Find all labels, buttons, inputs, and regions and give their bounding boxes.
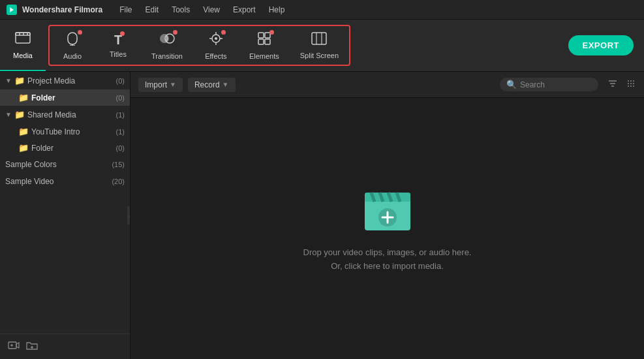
sidebar: ▼ 📁 Project Media (0) 📁 Folder (0) ▼ 📁 S… (0, 72, 130, 359)
content-area: Import ▼ Record ▼ 🔍 (130, 72, 644, 359)
svg-point-34 (628, 83, 629, 84)
svg-rect-18 (258, 39, 264, 44)
import-dropdown-arrow: ▼ (170, 81, 176, 88)
folder-icon: 📁 (18, 143, 29, 153)
export-button[interactable]: EXPORT (568, 35, 634, 55)
menu-file[interactable]: File (114, 4, 137, 16)
toolbar-split-screen[interactable]: Split Screen (290, 26, 349, 65)
sample-video-count: (20) (112, 178, 125, 185)
youtube-intro-label: YouTube Intro (31, 127, 111, 136)
menu-help[interactable]: Help (264, 4, 290, 16)
svg-point-33 (633, 80, 634, 82)
sidebar-section-shared-media[interactable]: ▼ 📁 Shared Media (1) (0, 106, 130, 123)
shared-media-label: Shared Media (27, 110, 111, 119)
sidebar-item-sample-video[interactable]: Sample Video (20) (0, 173, 130, 190)
drop-text-line1: Drop your video clips, images, or audio … (303, 246, 472, 260)
record-dropdown-arrow: ▼ (222, 81, 229, 88)
svg-rect-20 (312, 33, 326, 44)
folder-icon: 📁 (14, 110, 25, 119)
svg-point-31 (628, 80, 629, 82)
effects-dot (221, 30, 226, 35)
folder-shared-count: (0) (116, 144, 125, 152)
menu-export[interactable]: Export (228, 4, 261, 16)
split-screen-label: Split Screen (300, 52, 339, 59)
svg-point-11 (215, 37, 217, 40)
toolbar-audio[interactable]: Audio (50, 26, 95, 65)
search-box: 🔍 (500, 78, 598, 91)
drop-zone[interactable]: Drop your video clips, images, or audio … (130, 98, 644, 359)
toolbar-media[interactable]: Media (0, 20, 46, 71)
app-logo (7, 5, 17, 15)
sidebar-item-sample-colors[interactable]: Sample Colors (15) (0, 156, 130, 173)
split-screen-icon (311, 32, 327, 49)
import-button[interactable]: Import ▼ (138, 78, 183, 92)
menu-edit[interactable]: Edit (140, 4, 164, 16)
svg-point-38 (630, 86, 632, 87)
clapperboard-icon (358, 183, 417, 236)
titles-icon: T (114, 33, 122, 48)
audio-dot (78, 30, 82, 35)
svg-point-36 (633, 83, 634, 84)
transition-dot (173, 30, 177, 35)
project-media-count: (0) (116, 77, 125, 85)
svg-point-37 (628, 86, 629, 87)
sample-colors-count: (15) (112, 161, 125, 168)
audio-icon (65, 31, 80, 50)
transition-label: Transition (151, 52, 183, 60)
folder-project-count: (0) (116, 94, 125, 102)
folder-icon: 📁 (14, 76, 25, 86)
folder-icon: 📁 (18, 93, 29, 102)
drop-zone-text: Drop your video clips, images, or audio … (303, 246, 472, 273)
svg-marker-0 (10, 7, 14, 12)
elements-dot (269, 30, 274, 35)
media-label: Media (13, 52, 33, 59)
sidebar-item-youtube-intro[interactable]: 📁 YouTube Intro (1) (0, 123, 130, 140)
content-toolbar: Import ▼ Record ▼ 🔍 (130, 72, 644, 98)
main-toolbar: Media Audio T Titles (0, 20, 644, 72)
import-label: Import (145, 80, 167, 89)
sidebar-bottom (0, 334, 130, 359)
titles-dot (120, 31, 125, 36)
media-icon (15, 31, 31, 49)
svg-point-39 (633, 86, 634, 87)
filter-icon[interactable] (607, 78, 618, 91)
folder-icon: 📁 (18, 127, 29, 136)
chevron-down-icon: ▼ (5, 111, 12, 118)
svg-rect-19 (265, 39, 270, 44)
title-bar: Wondershare Filmora File Edit Tools View… (0, 0, 644, 20)
menu-tools[interactable]: Tools (166, 4, 195, 16)
youtube-intro-count: (1) (116, 128, 125, 136)
menu-bar: File Edit Tools View Export Help (114, 4, 290, 16)
main-area: ▼ 📁 Project Media (0) 📁 Folder (0) ▼ 📁 S… (0, 72, 644, 359)
sample-colors-label: Sample Colors (5, 160, 109, 169)
toolbar-outlined-group: Audio T Titles Transition (48, 25, 350, 66)
search-input[interactable] (520, 80, 592, 89)
elements-icon (257, 31, 271, 50)
sidebar-section-project-media[interactable]: ▼ 📁 Project Media (0) (0, 72, 130, 89)
shared-media-count: (1) (116, 111, 125, 119)
grid-view-icon[interactable] (626, 78, 636, 91)
folder-project-label: Folder (31, 93, 111, 102)
svg-point-32 (630, 80, 632, 82)
drop-text-line2: Or, click here to import media. (303, 260, 472, 273)
toolbar-titles[interactable]: T Titles (95, 26, 141, 65)
toolbar-effects[interactable]: Effects (193, 26, 239, 65)
titles-label: Titles (110, 50, 127, 58)
search-icon: 🔍 (506, 80, 517, 89)
record-button[interactable]: Record ▼ (188, 78, 236, 92)
sidebar-item-folder-project[interactable]: 📁 Folder (0) (0, 89, 130, 106)
effects-label: Effects (205, 52, 226, 60)
effects-icon (209, 31, 223, 50)
new-folder-icon[interactable] (26, 339, 38, 354)
add-media-icon[interactable] (8, 339, 20, 354)
elements-label: Elements (249, 52, 279, 60)
folder-shared-label: Folder (31, 144, 111, 153)
toolbar-elements[interactable]: Elements (239, 26, 290, 65)
svg-point-35 (630, 83, 632, 84)
toolbar-transition[interactable]: Transition (141, 26, 193, 65)
sidebar-item-folder-shared[interactable]: 📁 Folder (0) (0, 140, 130, 156)
sample-video-label: Sample Video (5, 177, 109, 186)
menu-view[interactable]: View (198, 4, 225, 16)
record-label: Record (194, 80, 220, 89)
project-media-label: Project Media (27, 76, 111, 86)
